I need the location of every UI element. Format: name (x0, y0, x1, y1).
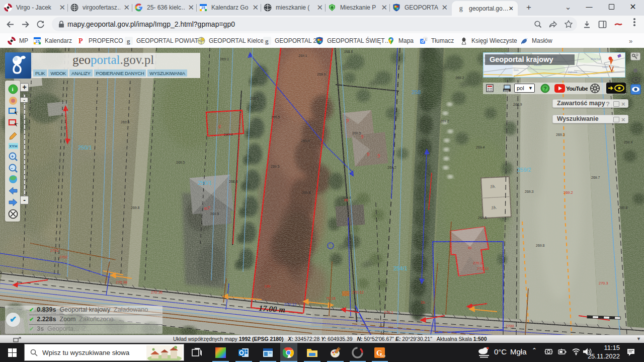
svg-text:+: + (11, 154, 14, 159)
svg-text:g: g (265, 37, 269, 45)
svg-text:25: 25 (35, 39, 40, 44)
svg-text:DOK: DOK (380, 354, 385, 357)
svg-text:25: 25 (201, 6, 205, 10)
svg-text:i: i (12, 86, 14, 92)
svg-text:P: P (78, 37, 83, 45)
svg-text:Dom.: Dom. (514, 69, 519, 71)
svg-text:YouTube: YouTube (566, 86, 588, 92)
svg-text:-: - (11, 166, 13, 171)
svg-text:g: g (127, 37, 130, 45)
svg-text:Wola Kop.: Wola Kop. (591, 58, 601, 60)
svg-text:Cedz.: Cedz. (602, 66, 608, 68)
svg-text:Dąbrowa: Dąbrowa (568, 71, 578, 74)
svg-text:g: g (459, 5, 463, 12)
svg-text:文: 文 (425, 38, 428, 41)
svg-text:XYH: XYH (9, 144, 18, 149)
svg-text:WMS: WMS (504, 90, 509, 92)
svg-text:?: ? (543, 86, 547, 92)
